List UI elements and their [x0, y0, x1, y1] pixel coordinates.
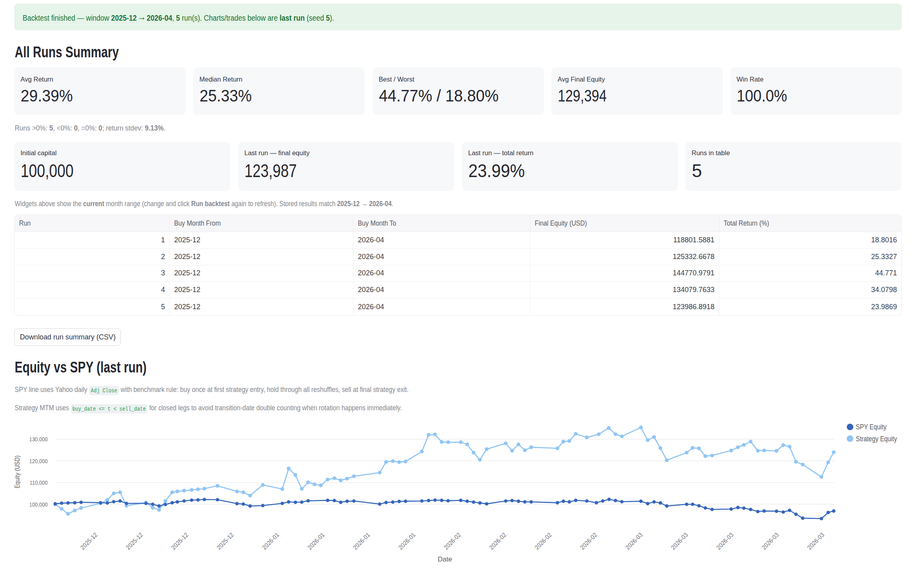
- svg-text:120,000: 120,000: [29, 458, 48, 464]
- svg-text:110,000: 110,000: [29, 479, 48, 486]
- svg-text:2026-02: 2026-02: [533, 531, 553, 551]
- svg-text:2026-02: 2026-02: [578, 531, 598, 551]
- svg-text:2026-01: 2026-01: [261, 531, 281, 551]
- svg-text:SPY Equity: SPY Equity: [856, 423, 887, 431]
- svg-text:100,000: 100,000: [29, 501, 48, 508]
- svg-text:2026-03: 2026-03: [806, 531, 825, 551]
- svg-text:Date: Date: [438, 556, 452, 563]
- svg-text:2026-01: 2026-01: [351, 531, 371, 551]
- svg-text:2026-01: 2026-01: [306, 531, 326, 551]
- svg-text:2026-03: 2026-03: [760, 531, 780, 551]
- svg-text:2026-02: 2026-02: [443, 531, 462, 551]
- svg-text:2026-03: 2026-03: [715, 531, 735, 551]
- svg-text:2025-12: 2025-12: [79, 531, 99, 551]
- svg-text:2025-12: 2025-12: [215, 531, 235, 551]
- svg-text:Strategy Equity: Strategy Equity: [856, 435, 897, 443]
- svg-text:2026-03: 2026-03: [624, 531, 644, 551]
- svg-text:2026-01: 2026-01: [397, 531, 417, 551]
- svg-text:2026-03: 2026-03: [670, 531, 689, 551]
- svg-text:130,000: 130,000: [29, 436, 48, 442]
- svg-text:2026-02: 2026-02: [488, 531, 508, 551]
- svg-text:Equity (USD): Equity (USD): [14, 456, 21, 489]
- svg-text:2025-12: 2025-12: [170, 531, 190, 551]
- svg-text:2025-12: 2025-12: [124, 531, 144, 551]
